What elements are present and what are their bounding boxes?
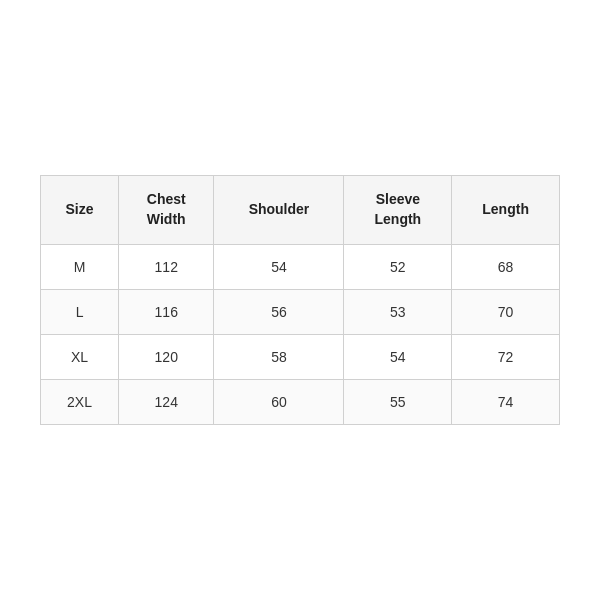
- table-row: XL120585472: [41, 334, 560, 379]
- size-chart-container: Size ChestWidth Shoulder SleeveLength Le…: [40, 175, 560, 424]
- cell-chest-width: 112: [119, 244, 214, 289]
- cell-sleeve-length: 54: [344, 334, 452, 379]
- header-chest-width: ChestWidth: [119, 176, 214, 244]
- cell-sleeve-length: 52: [344, 244, 452, 289]
- cell-shoulder: 56: [214, 289, 344, 334]
- cell-length: 68: [452, 244, 560, 289]
- cell-shoulder: 60: [214, 379, 344, 424]
- header-shoulder: Shoulder: [214, 176, 344, 244]
- header-length: Length: [452, 176, 560, 244]
- cell-shoulder: 54: [214, 244, 344, 289]
- header-sleeve-length: SleeveLength: [344, 176, 452, 244]
- cell-length: 72: [452, 334, 560, 379]
- cell-sleeve-length: 53: [344, 289, 452, 334]
- cell-length: 70: [452, 289, 560, 334]
- table-row: 2XL124605574: [41, 379, 560, 424]
- header-size: Size: [41, 176, 119, 244]
- cell-shoulder: 58: [214, 334, 344, 379]
- cell-chest-width: 124: [119, 379, 214, 424]
- cell-chest-width: 116: [119, 289, 214, 334]
- table-row: L116565370: [41, 289, 560, 334]
- table-row: M112545268: [41, 244, 560, 289]
- cell-size: M: [41, 244, 119, 289]
- cell-size: L: [41, 289, 119, 334]
- size-chart-table: Size ChestWidth Shoulder SleeveLength Le…: [40, 175, 560, 424]
- cell-size: XL: [41, 334, 119, 379]
- cell-size: 2XL: [41, 379, 119, 424]
- table-header-row: Size ChestWidth Shoulder SleeveLength Le…: [41, 176, 560, 244]
- cell-sleeve-length: 55: [344, 379, 452, 424]
- cell-chest-width: 120: [119, 334, 214, 379]
- cell-length: 74: [452, 379, 560, 424]
